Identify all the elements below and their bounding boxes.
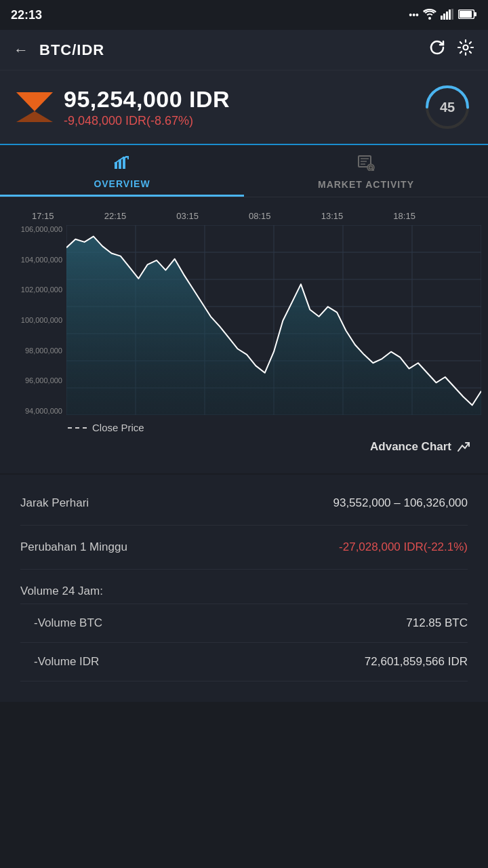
y-label-6: 94,000,000 — [7, 407, 62, 415]
status-icons: ••• — [409, 9, 477, 22]
stat-perubahan: Perubahan 1 Minggu -27,028,000 IDR(-22.1… — [20, 526, 468, 570]
svg-rect-6 — [460, 11, 472, 18]
svg-rect-0 — [441, 16, 443, 20]
volume-btc-label: -Volume BTC — [34, 616, 102, 630]
wifi-icon — [423, 9, 436, 22]
nav-right — [428, 39, 474, 61]
volume-header-label: Volume 24 Jam: — [20, 585, 103, 597]
stat-volume-btc: -Volume BTC 712.85 BTC — [20, 604, 468, 643]
timer-circle: 45 — [423, 83, 472, 132]
time-label-5: 18:15 — [393, 211, 415, 221]
tab-overview-label: OVERVIEW — [94, 178, 150, 189]
price-header: 95,254,000 IDR -9,048,000 IDR(-8.67%) 45 — [0, 71, 488, 145]
top-nav: ← BTC/IDR — [0, 30, 488, 71]
svg-line-21 — [372, 169, 373, 170]
chart-y-labels: 106,000,000 104,000,000 102,000,000 100,… — [7, 225, 66, 415]
volume-idr-label: -Volume IDR — [34, 655, 99, 669]
stat-jarak-label: Jarak Perhari — [20, 496, 89, 510]
y-label-3: 100,000,000 — [7, 316, 62, 324]
price-change: -9,048,000 IDR(-8.67%) — [64, 114, 230, 128]
dots-icon: ••• — [409, 9, 419, 20]
advance-chart-label: Advance Chart — [370, 440, 451, 456]
legend-label: Close Price — [92, 422, 144, 433]
advance-chart-link[interactable]: Advance Chart — [7, 436, 481, 467]
signal-icon — [441, 9, 454, 22]
svg-rect-1 — [443, 14, 445, 20]
volume-idr-value: 72,601,859,566 IDR — [365, 655, 468, 669]
stats-section: Jarak Perhari 93,552,000 – 106,326,000 P… — [0, 475, 488, 702]
svg-rect-3 — [449, 9, 451, 20]
chart-canvas-area — [66, 225, 481, 415]
tabs: OVERVIEW MARKET ACTIVITY — [0, 145, 488, 197]
tab-market-activity[interactable]: MARKET ACTIVITY — [244, 145, 488, 197]
stat-jarak-perhari: Jarak Perhari 93,552,000 – 106,326,000 — [20, 481, 468, 526]
price-info: 95,254,000 IDR -9,048,000 IDR(-8.67%) — [64, 86, 230, 128]
price-left: 95,254,000 IDR -9,048,000 IDR(-8.67%) — [16, 86, 230, 128]
y-label-2: 102,000,000 — [7, 285, 62, 294]
svg-rect-4 — [451, 9, 453, 20]
back-button[interactable]: ← — [14, 41, 28, 59]
tab-overview[interactable]: OVERVIEW — [0, 145, 244, 197]
battery-icon — [458, 9, 477, 21]
y-label-0: 106,000,000 — [7, 225, 62, 233]
status-bar: 22:13 ••• — [0, 0, 488, 30]
volume-header: Volume 24 Jam: — [20, 570, 468, 604]
chart-section: 17:15 22:15 03:15 08:15 13:15 18:15 106,… — [0, 197, 488, 473]
advance-chart-icon — [457, 440, 470, 456]
price-value: 95,254,000 IDR — [64, 86, 230, 113]
time-label-4: 13:15 — [321, 211, 344, 221]
stat-jarak-value: 93,552,000 – 106,326,000 — [333, 496, 468, 510]
market-activity-icon — [357, 155, 375, 175]
y-label-1: 104,000,000 — [7, 256, 62, 264]
overview-icon — [113, 155, 131, 174]
brand-logo — [16, 92, 53, 122]
timer-value: 45 — [440, 100, 455, 115]
price-chart — [66, 225, 481, 415]
stat-perubahan-value: -27,028,000 IDR(-22.1%) — [339, 540, 468, 554]
svg-rect-7 — [474, 12, 476, 16]
volume-btc-value: 712.85 BTC — [406, 616, 468, 630]
time-label-2: 03:15 — [176, 211, 199, 221]
status-time: 22:13 — [11, 8, 42, 22]
chart-time-labels: 17:15 22:15 03:15 08:15 13:15 18:15 — [7, 211, 481, 225]
time-label-1: 22:15 — [104, 211, 127, 221]
chart-legend: Close Price — [7, 415, 481, 436]
stat-perubahan-label: Perubahan 1 Minggu — [20, 540, 127, 554]
chart-wrapper: 106,000,000 104,000,000 102,000,000 100,… — [7, 225, 481, 415]
refresh-button[interactable] — [428, 39, 446, 61]
page-title: BTC/IDR — [39, 41, 104, 59]
y-label-4: 98,000,000 — [7, 347, 62, 355]
svg-marker-10 — [16, 111, 53, 122]
svg-rect-2 — [446, 12, 448, 20]
svg-marker-9 — [16, 92, 53, 111]
stat-volume-idr: -Volume IDR 72,601,859,566 IDR — [20, 643, 468, 682]
tab-market-activity-label: MARKET ACTIVITY — [318, 179, 414, 190]
y-label-5: 96,000,000 — [7, 376, 62, 384]
legend-dash — [68, 427, 87, 429]
time-label-0: 17:15 — [32, 211, 54, 221]
svg-point-8 — [464, 45, 468, 50]
nav-left: ← BTC/IDR — [14, 41, 104, 59]
time-label-3: 08:15 — [249, 211, 271, 221]
settings-button[interactable] — [457, 39, 474, 61]
